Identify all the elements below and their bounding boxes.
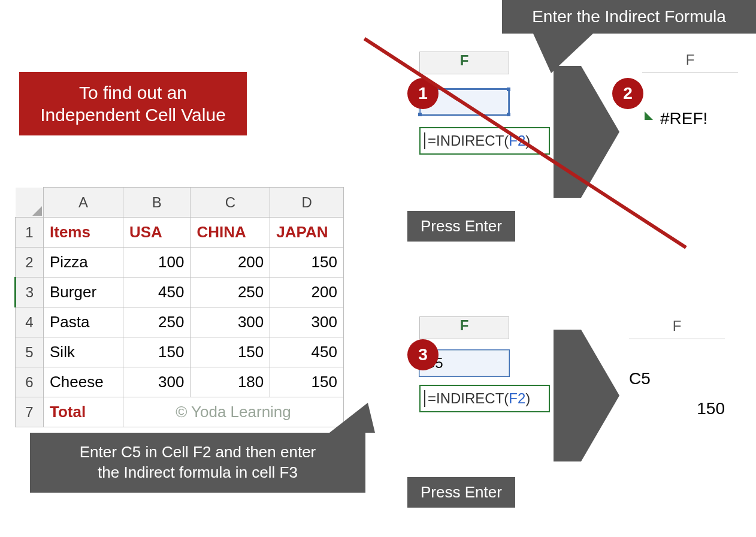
cell-B2[interactable]: 100 [123, 248, 190, 277]
row-header-5[interactable]: 5 [16, 337, 44, 367]
cell-A5[interactable]: Silk [44, 337, 123, 367]
row-header-6[interactable]: 6 [16, 367, 44, 397]
cell-B1[interactable]: USA [123, 218, 190, 248]
cell-C4[interactable]: 300 [190, 307, 270, 337]
cell-C1[interactable]: CHINA [190, 218, 270, 248]
callout-c5-pointer [329, 403, 375, 433]
cell-A3[interactable]: Burger [44, 277, 123, 307]
col-header-B[interactable]: B [123, 188, 190, 218]
cell-B4[interactable]: 250 [123, 307, 190, 337]
cell-D5[interactable]: 450 [270, 337, 344, 367]
title-red-box: To find out an Independent Cell Value [19, 72, 247, 135]
frag2-ref-error[interactable]: #REF! [642, 109, 738, 128]
cell-B5[interactable]: 150 [123, 337, 190, 367]
spreadsheet-main: A B C D 1 Items USA CHINA JAPAN 2 Pizza … [14, 187, 344, 427]
row-header-1[interactable]: 1 [16, 218, 44, 248]
watermark: © Yoda Learning [123, 397, 343, 427]
callout-c5: Enter C5 in Cell F2 and then enter the I… [30, 433, 365, 493]
row-header-3[interactable]: 3 [16, 277, 44, 307]
cell-A6[interactable]: Cheese [44, 367, 123, 397]
frag1-formula-eq: =INDIRECT( [428, 132, 509, 149]
press-enter-2: Press Enter [407, 477, 515, 508]
cell-D2[interactable]: 150 [270, 248, 344, 277]
cell-B3[interactable]: 450 [123, 277, 190, 307]
frag3-formula-close: ) [525, 390, 530, 407]
frag4-cell-F3-result[interactable]: 150 [629, 399, 725, 418]
cell-A4[interactable]: Pasta [44, 307, 123, 337]
frag2-col-header-F[interactable]: F [642, 52, 738, 73]
callout-enter-indirect: Enter the Indirect Formula [502, 0, 756, 34]
cell-C2[interactable]: 200 [190, 248, 270, 277]
cell-D1[interactable]: JAPAN [270, 218, 344, 248]
fragment-result: F C5 150 [629, 318, 725, 418]
step-badge-2: 2 [612, 78, 643, 109]
callout-c5-line2: the Indirect formula in cell F3 [80, 463, 316, 483]
text-cursor-icon [424, 390, 425, 407]
fragment-step2: F #REF! [642, 52, 738, 128]
col-header-C[interactable]: C [190, 188, 270, 218]
cell-C3[interactable]: 250 [190, 277, 270, 307]
cell-D6[interactable]: 150 [270, 367, 344, 397]
row-header-4[interactable]: 4 [16, 307, 44, 337]
text-cursor-icon [424, 132, 425, 149]
col-header-D[interactable]: D [270, 188, 344, 218]
cell-B6[interactable]: 300 [123, 367, 190, 397]
cell-D3[interactable]: 200 [270, 277, 344, 307]
col-header-A[interactable]: A [44, 188, 123, 218]
cell-D4[interactable]: 300 [270, 307, 344, 337]
press-enter-1: Press Enter [407, 211, 515, 242]
frag3-cell-F3-formula[interactable]: =INDIRECT(F2) [419, 385, 550, 412]
spreadsheet-table: A B C D 1 Items USA CHINA JAPAN 2 Pizza … [14, 187, 344, 427]
arrow-step3-to-result-icon [581, 330, 619, 461]
step-badge-3: 3 [407, 339, 439, 370]
callout-c5-line1: Enter C5 in Cell F2 and then enter [80, 442, 316, 463]
fragment-step1: F =INDIRECT(F2) [419, 52, 550, 155]
frag3-col-header-F[interactable]: F [419, 316, 509, 339]
title-red-line2: Independent Cell Value [40, 104, 226, 126]
cell-A2[interactable]: Pizza [44, 248, 123, 277]
frag1-col-header-F[interactable]: F [419, 52, 509, 74]
cell-A1[interactable]: Items [44, 218, 123, 248]
row-header-7[interactable]: 7 [16, 397, 44, 427]
title-red-line1: To find out an [79, 82, 187, 104]
callout-enter-indirect-text: Enter the Indirect Formula [532, 7, 726, 26]
frag3-formula-arg: F2 [509, 390, 525, 407]
select-all-cell[interactable] [16, 188, 44, 218]
fragment-step3: F C5 =INDIRECT(F2) [419, 316, 550, 412]
row-header-2[interactable]: 2 [16, 248, 44, 277]
frag4-cell-F2-value[interactable]: C5 [629, 369, 725, 388]
cell-C5[interactable]: 150 [190, 337, 270, 367]
frag3-formula-eq: =INDIRECT( [428, 390, 509, 407]
frag4-col-header-F[interactable]: F [629, 318, 725, 339]
cell-A7[interactable]: Total [44, 397, 123, 427]
frag1-cell-F3-formula[interactable]: =INDIRECT(F2) [419, 127, 550, 155]
cell-C6[interactable]: 180 [190, 367, 270, 397]
